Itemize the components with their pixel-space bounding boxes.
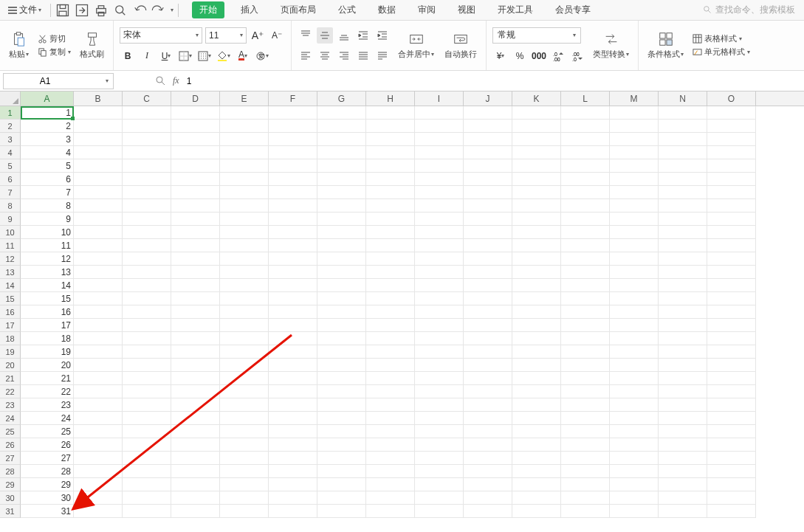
cell[interactable] — [610, 452, 659, 465]
cell[interactable] — [561, 385, 610, 398]
cell[interactable] — [74, 319, 123, 332]
type-convert-button[interactable]: 类型转换▾ — [590, 30, 632, 61]
fill-color-button[interactable]: ▾ — [216, 48, 232, 64]
cell[interactable] — [561, 146, 610, 159]
cell[interactable] — [220, 505, 269, 518]
cell[interactable] — [220, 319, 269, 332]
cell[interactable] — [659, 159, 707, 173]
cell[interactable] — [415, 359, 464, 372]
cell[interactable] — [366, 425, 415, 438]
cell[interactable]: 19 — [21, 345, 74, 359]
cell[interactable] — [171, 425, 220, 438]
tab-view[interactable]: 视图 — [452, 1, 481, 19]
cell[interactable] — [415, 106, 464, 120]
cell[interactable] — [366, 438, 415, 452]
cell[interactable] — [123, 398, 171, 412]
row-header[interactable]: 12 — [0, 252, 21, 266]
cell[interactable] — [269, 146, 317, 159]
cell[interactable] — [464, 159, 512, 173]
cell[interactable] — [269, 199, 317, 213]
cell[interactable] — [707, 239, 756, 252]
cell[interactable] — [561, 173, 610, 186]
row-header[interactable]: 3 — [0, 133, 21, 146]
bold-button[interactable]: B — [120, 48, 136, 64]
cell[interactable] — [317, 226, 366, 239]
cell[interactable]: 25 — [21, 425, 74, 438]
cell[interactable] — [74, 332, 123, 345]
cell[interactable] — [512, 345, 561, 359]
cell[interactable] — [561, 319, 610, 332]
cell[interactable] — [366, 213, 415, 226]
tab-devtools[interactable]: 开发工具 — [492, 1, 539, 19]
cell[interactable]: 22 — [21, 385, 74, 398]
cell[interactable] — [269, 186, 317, 199]
cell[interactable]: 30 — [21, 491, 74, 505]
cell[interactable]: 18 — [21, 332, 74, 345]
cell[interactable] — [269, 252, 317, 266]
cell-style-button[interactable]: 单元格样式▾ — [691, 46, 752, 58]
increase-font-button[interactable]: A⁺ — [250, 27, 266, 44]
cell[interactable] — [123, 120, 171, 133]
cell[interactable] — [464, 213, 512, 226]
cell[interactable] — [415, 292, 464, 305]
cell[interactable] — [123, 359, 171, 372]
row-header[interactable]: 23 — [0, 398, 21, 412]
cell[interactable] — [512, 385, 561, 398]
cell[interactable] — [464, 345, 512, 359]
cell[interactable] — [610, 252, 659, 266]
row-header[interactable]: 30 — [0, 491, 21, 505]
cell[interactable] — [561, 279, 610, 292]
file-menu[interactable]: 文件 ▾ — [3, 2, 46, 18]
cell[interactable] — [464, 279, 512, 292]
cell[interactable] — [610, 199, 659, 213]
cell[interactable] — [610, 226, 659, 239]
cell[interactable] — [610, 425, 659, 438]
cell[interactable] — [220, 226, 269, 239]
cell[interactable] — [366, 452, 415, 465]
cell[interactable] — [707, 359, 756, 372]
cell[interactable] — [561, 465, 610, 478]
cell[interactable] — [610, 292, 659, 305]
cell[interactable] — [707, 345, 756, 359]
cell[interactable] — [512, 213, 561, 226]
cell[interactable] — [366, 332, 415, 345]
cell[interactable] — [123, 146, 171, 159]
cell[interactable] — [561, 491, 610, 505]
cell[interactable] — [561, 199, 610, 213]
cell[interactable] — [171, 199, 220, 213]
cell[interactable] — [610, 319, 659, 332]
cell[interactable] — [366, 359, 415, 372]
cell[interactable] — [317, 332, 366, 345]
cell[interactable] — [269, 385, 317, 398]
cell[interactable] — [512, 359, 561, 372]
cell[interactable] — [512, 465, 561, 478]
cell[interactable]: 29 — [21, 478, 74, 491]
cell[interactable] — [74, 385, 123, 398]
tab-formula[interactable]: 公式 — [332, 1, 362, 19]
cell[interactable]: 31 — [21, 505, 74, 518]
cell[interactable] — [317, 491, 366, 505]
cell[interactable] — [512, 266, 561, 279]
paste-button[interactable]: 粘贴▾ — [6, 30, 32, 61]
cell[interactable] — [707, 186, 756, 199]
cell[interactable] — [123, 226, 171, 239]
cell[interactable] — [171, 146, 220, 159]
cell[interactable] — [512, 305, 561, 319]
cell[interactable] — [659, 345, 707, 359]
cell[interactable] — [171, 133, 220, 146]
cell[interactable] — [707, 505, 756, 518]
cell[interactable] — [707, 425, 756, 438]
cell[interactable] — [171, 279, 220, 292]
cell[interactable] — [512, 173, 561, 186]
cell[interactable] — [512, 252, 561, 266]
cell[interactable] — [610, 478, 659, 491]
cell[interactable] — [269, 491, 317, 505]
row-header[interactable]: 24 — [0, 412, 21, 425]
cell[interactable] — [366, 385, 415, 398]
cell[interactable] — [415, 372, 464, 385]
cell[interactable] — [269, 173, 317, 186]
cell[interactable] — [464, 266, 512, 279]
decrease-indent-button[interactable] — [355, 27, 371, 44]
cell[interactable] — [464, 173, 512, 186]
cell[interactable] — [123, 173, 171, 186]
